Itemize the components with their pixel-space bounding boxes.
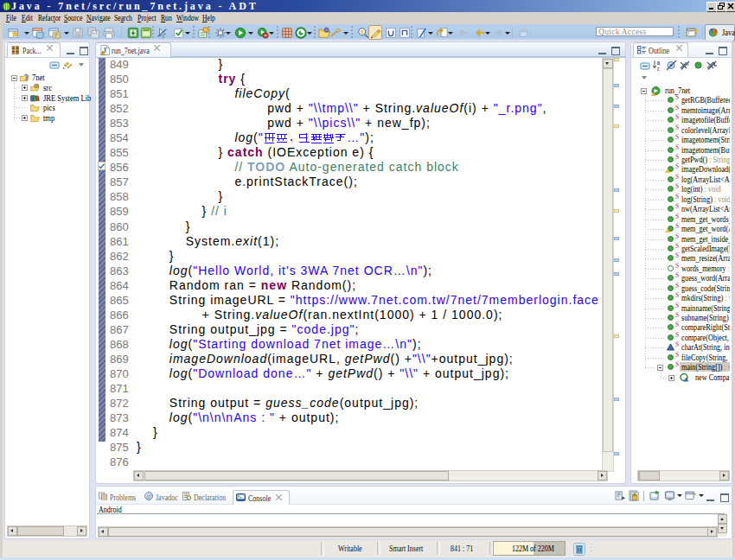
svg-text:@: @	[146, 493, 152, 500]
svg-text:z: z	[657, 66, 660, 72]
svg-text:!: !	[102, 51, 103, 55]
svg-text:s: s	[687, 61, 689, 67]
